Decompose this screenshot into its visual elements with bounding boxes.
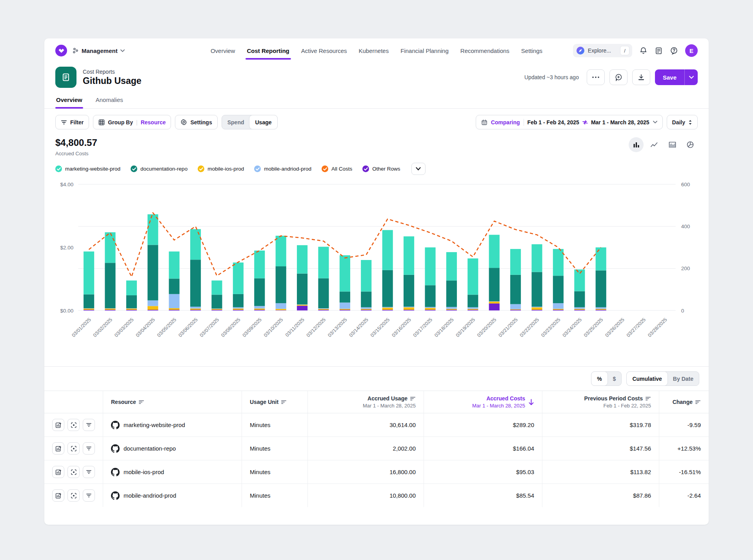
resource-cell[interactable]: mobile-ios-prod: [103, 460, 242, 484]
legend-item-documentation-repo[interactable]: documentation-repo: [131, 165, 187, 172]
bar-segment-marketing-website-prod: [425, 247, 435, 285]
bar-segment-marketing-website-prod: [84, 251, 94, 294]
sort-icon[interactable]: [646, 396, 651, 401]
nav-item-active-resources[interactable]: Active Resources: [301, 38, 347, 63]
save-options-button[interactable]: [684, 69, 698, 85]
legend-item-mobile-ios-prod[interactable]: mobile-ios-prod: [198, 165, 244, 172]
bar-segment-mobile-ios-prod: [574, 309, 585, 310]
row-actions: [44, 460, 103, 484]
table-row-documentation-repo: documentation-repoMinutes2,002.00$166.04…: [44, 437, 709, 460]
workspace-switcher[interactable]: Management: [73, 47, 125, 54]
chevron-down-icon: [120, 49, 125, 52]
tab-anomalies[interactable]: Anomalies: [95, 93, 124, 108]
cumulative-toggle-option[interactable]: Cumulative: [627, 372, 667, 385]
nav-item-financial-planning[interactable]: Financial Planning: [400, 38, 449, 63]
focus-icon: [71, 493, 77, 499]
sort-icon[interactable]: [281, 400, 287, 404]
legend-item-marketing-website-prod[interactable]: marketing-website-prod: [55, 165, 120, 172]
group-by-button[interactable]: Group By | Resource: [93, 115, 171, 129]
up-down-arrows-icon: [688, 120, 692, 125]
resource-cell[interactable]: documentation-repo: [103, 437, 242, 460]
filter-resource-button[interactable]: [83, 419, 95, 431]
user-avatar[interactable]: E: [685, 44, 698, 57]
breadcrumb: Cost Reports: [83, 69, 142, 75]
bar-segment-marketing-website-prod: [169, 251, 180, 278]
bar-segment-mobile-ios-prod: [84, 309, 94, 310]
column-header-previous-period-costs[interactable]: Previous Period CostsFeb 1 - Feb 22, 202…: [542, 391, 659, 413]
legend-expand-button[interactable]: [411, 163, 426, 175]
bar-segment-documentation-repo: [318, 278, 329, 308]
add-to-chart-button[interactable]: [52, 489, 64, 502]
help-button[interactable]: [670, 47, 678, 55]
inspect-resource-button[interactable]: [67, 466, 80, 478]
add-to-chart-button[interactable]: [52, 419, 64, 431]
date-range-picker[interactable]: Comparing Feb 1 - Feb 24, 2025 Mar 1 - M…: [476, 115, 663, 129]
calendar-icon: [481, 119, 487, 125]
tab-overview[interactable]: Overview: [55, 93, 83, 108]
download-button[interactable]: [632, 69, 650, 85]
column-header-change[interactable]: Change: [659, 391, 709, 413]
bar-segment-mobile-andriod-prod: [254, 306, 265, 308]
column-header-usage-unit[interactable]: Usage Unit: [242, 391, 308, 413]
bar-segment-mobile-andriod-prod: [169, 294, 180, 308]
x-axis-label: 03/09/2025: [242, 317, 263, 338]
nav-item-kubernetes[interactable]: Kubernetes: [358, 38, 389, 63]
add-to-chart-button[interactable]: [52, 466, 64, 478]
dollar-toggle-option[interactable]: $: [607, 372, 622, 385]
filter-resource-button[interactable]: [83, 442, 95, 455]
notifications-button[interactable]: [639, 47, 648, 55]
column-header-accrued-costs[interactable]: Accrued CostsMar 1 - March 28, 2025: [424, 391, 542, 413]
filter-button[interactable]: Filter: [55, 115, 89, 129]
legend-item-other-rows[interactable]: Other Rows: [362, 165, 400, 172]
filter-resource-button[interactable]: [83, 466, 95, 478]
granularity-select[interactable]: Daily: [667, 115, 698, 129]
save-split-button: Save: [655, 69, 698, 85]
usage-toggle-option[interactable]: Usage: [249, 115, 277, 129]
nav-item-settings[interactable]: Settings: [521, 38, 542, 63]
pie-chart-button[interactable]: [683, 137, 698, 152]
bar-chart-button[interactable]: [629, 137, 644, 152]
sort-icon[interactable]: [410, 396, 416, 401]
bar-segment-marketing-website-prod: [553, 249, 564, 276]
nav-item-overview[interactable]: Overview: [211, 38, 235, 63]
bar-segment-marketing-website-prod: [596, 247, 606, 271]
spend-toggle-option[interactable]: Spend: [222, 115, 250, 129]
nav-item-recommendations[interactable]: Recommendations: [460, 38, 509, 63]
cumulative-bydate-toggle: Cumulative By Date: [626, 371, 699, 386]
sort-icon[interactable]: [139, 400, 144, 404]
line-chart-button[interactable]: [647, 137, 662, 152]
area-chart-button[interactable]: [665, 137, 680, 152]
legend-item-all-costs[interactable]: All Costs: [322, 165, 352, 172]
inspect-resource-button[interactable]: [67, 489, 80, 502]
docs-button[interactable]: [655, 47, 663, 55]
save-button[interactable]: Save: [655, 69, 684, 85]
accrued-costs-cell: $85.54: [424, 484, 542, 507]
legend-item-mobile-andriod-prod[interactable]: mobile-andriod-prod: [254, 165, 311, 172]
left-axis-tick: $4.00: [60, 182, 73, 187]
bar-segment-other-rows: [596, 310, 606, 311]
resource-cell[interactable]: marketing-website-prod: [103, 413, 242, 436]
inspect-resource-button[interactable]: [67, 442, 80, 455]
add-to-chart-button[interactable]: [52, 442, 64, 455]
comment-button[interactable]: [609, 69, 628, 85]
settings-button[interactable]: Settings: [175, 115, 217, 129]
sort-desc-icon[interactable]: [528, 399, 534, 405]
bar-segment-marketing-website-prod: [404, 236, 414, 275]
filter-resource-button[interactable]: [83, 489, 95, 502]
nav-item-cost-reporting[interactable]: Cost Reporting: [247, 38, 289, 63]
bar-segment-documentation-repo: [531, 272, 542, 307]
resource-cell[interactable]: mobile-andriod-prod: [103, 484, 242, 507]
bar-segment-mobile-andriod-prod: [318, 308, 329, 309]
x-axis-label: 03/04/2025: [135, 317, 156, 338]
vantage-logo-icon[interactable]: [55, 45, 67, 56]
sort-icon[interactable]: [695, 400, 701, 404]
column-header-accrued-usage[interactable]: Accrued UsageMar 1 - March 28, 2025: [308, 391, 424, 413]
by-date-toggle-option[interactable]: By Date: [668, 372, 699, 385]
percent-toggle-option[interactable]: %: [591, 372, 607, 385]
pie-chart-icon: [687, 141, 694, 148]
column-header-resource[interactable]: Resource: [103, 391, 242, 413]
explore-search[interactable]: Explore... /: [573, 44, 632, 57]
more-actions-button[interactable]: [587, 69, 605, 85]
inspect-resource-button[interactable]: [67, 419, 80, 431]
chart-add-icon: [55, 445, 62, 452]
